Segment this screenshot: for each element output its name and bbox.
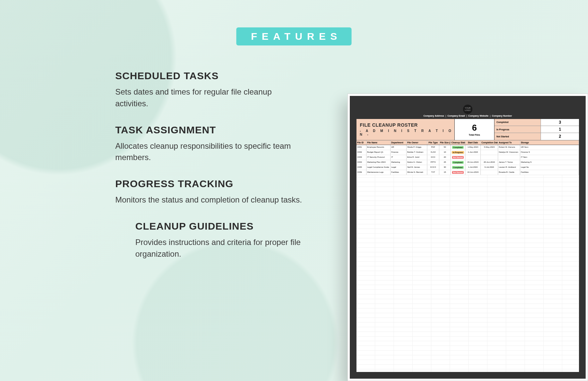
- cell: HR: [391, 145, 407, 150]
- feature-item: SCHEDULED TASKSSets dates and times for …: [115, 70, 302, 110]
- table-row: C002Budget Report Q1FinanceBobbie T. Gra…: [356, 150, 579, 155]
- cell: 15: [439, 170, 451, 175]
- cell: Neil M. James: [407, 165, 427, 170]
- cell: 10-Jun-2024: [465, 170, 481, 175]
- column-header: File Size (MB): [439, 140, 451, 145]
- cell: IT Serv: [520, 155, 579, 160]
- feature-title: SCHEDULED TASKS: [115, 70, 302, 82]
- table-row: C001Employee RecordsHRSheila P. GriggsPD…: [356, 145, 579, 150]
- status-pill: Completed: [452, 146, 463, 149]
- status-pill: Not Started: [452, 156, 464, 159]
- cell: Legal: [391, 165, 407, 170]
- company-info-segment: Company Address: [424, 115, 444, 117]
- cell: Employee Records: [366, 145, 391, 150]
- cell: XLSX: [427, 150, 439, 155]
- table-row: C006Maintenance LogsFacilitiesMinnie N. …: [356, 170, 579, 175]
- cell: In Progress: [451, 150, 465, 155]
- roster-title: FILE CLEANUP ROSTER: [360, 122, 454, 128]
- cell: TXT: [427, 170, 439, 175]
- column-header: Department: [391, 140, 407, 145]
- cell: [481, 170, 498, 175]
- cell: Marketing: [391, 160, 407, 165]
- cell: Legal Compliance Guide: [366, 165, 391, 170]
- cell: PDF: [427, 145, 439, 150]
- status-label: Completed: [494, 119, 541, 126]
- table-row: C004Marketing Plan 2024MarketingDebra G.…: [356, 160, 579, 165]
- company-info-segment: Company Email: [447, 115, 465, 117]
- cell: DOC: [427, 155, 439, 160]
- feature-item: TASK ASSIGNMENTAllocates cleanup respons…: [115, 124, 302, 164]
- cell: HR Serv: [520, 145, 579, 150]
- status-pill: Not Started: [452, 171, 464, 174]
- status-value: 3: [541, 119, 579, 126]
- total-files-label: Total Files: [469, 134, 480, 136]
- cell: Marketing S: [520, 160, 579, 165]
- column-header: Cleanup Status: [451, 140, 465, 145]
- cell: Facilities: [391, 170, 407, 175]
- cell: Marketing Plan 2024: [366, 160, 391, 165]
- cell: Legal Se: [520, 165, 579, 170]
- status-value: 2: [541, 133, 579, 140]
- cell: 15-Jun-2024: [465, 160, 481, 165]
- cell: C005: [356, 165, 366, 170]
- cell: IT: [391, 155, 407, 160]
- features-badge: FEATURES: [236, 27, 351, 45]
- cell: Sheila P. Griggs: [407, 145, 427, 150]
- status-value: 1: [541, 126, 579, 133]
- status-pill: In Progress: [452, 151, 464, 154]
- status-summary-block: Completed3In Progress1Not Started2: [494, 119, 579, 140]
- cell: Minnie N. Bennett: [407, 170, 427, 175]
- feature-item: PROGRESS TRACKINGMonitors the status and…: [115, 178, 302, 206]
- status-count-row: In Progress1: [494, 126, 579, 133]
- column-header: File Owner: [407, 140, 427, 145]
- feature-desc: Provides instructions and criteria for p…: [135, 237, 302, 260]
- column-header: File Name: [366, 140, 391, 145]
- logo-placeholder: YOUR LOGO: [463, 105, 472, 114]
- company-info-line: Company Address|Company Email|Company We…: [356, 115, 579, 117]
- cell: Finance: [391, 150, 407, 155]
- feature-desc: Sets dates and times for regular file cl…: [115, 86, 302, 110]
- feature-item: CLEANUP GUIDELINESProvides instructions …: [135, 221, 302, 260]
- cell: Rosetta B. Castle: [498, 170, 520, 175]
- cell: C006: [356, 170, 366, 175]
- feature-title: CLEANUP GUIDELINES: [135, 221, 302, 232]
- cell: 1-Jun-2024: [465, 150, 481, 155]
- table-row: C003IT Security ProtocolITErica R. JuddD…: [356, 155, 579, 160]
- cell: Completed: [451, 165, 465, 170]
- cell: Completed: [451, 145, 465, 150]
- cell: [481, 150, 498, 155]
- cell: James T. Torres: [498, 160, 520, 165]
- cell: Lauren R. Hubbard: [498, 165, 520, 170]
- company-info-segment: Company Website: [468, 115, 489, 117]
- cell: [498, 155, 520, 160]
- cell: C003: [356, 155, 366, 160]
- cell: Debra G. Obrien: [407, 160, 427, 165]
- column-header: Assigned To: [498, 140, 520, 145]
- cell: 10: [439, 150, 451, 155]
- status-count-row: Completed3: [494, 119, 579, 126]
- feature-title: TASK ASSIGNMENT: [115, 124, 302, 136]
- cell: 50: [439, 145, 451, 150]
- summary-row: FILE CLEANUP ROSTER - A D M I N I S T R …: [356, 119, 579, 140]
- total-files-value: 6: [472, 123, 477, 133]
- cell: IT Security Protocol: [366, 155, 391, 160]
- status-pill: Completed: [452, 166, 463, 169]
- cell: 1-Jul-2024: [465, 165, 481, 170]
- feature-title: PROGRESS TRACKING: [115, 178, 302, 189]
- status-label: Not Started: [494, 133, 541, 140]
- cell: 20: [439, 155, 451, 160]
- cell: Erica R. Judd: [407, 155, 427, 160]
- cell: [481, 155, 498, 160]
- cell: Natalya W. Cressman: [498, 150, 520, 155]
- cell: 9-Jul-2024: [481, 165, 498, 170]
- cell: DOCX: [427, 165, 439, 170]
- cell: Budget Report Q1: [366, 150, 391, 155]
- company-info-segment: Company Number: [492, 115, 512, 117]
- cell: Facilities: [520, 170, 579, 175]
- column-header: File Type: [427, 140, 439, 145]
- total-files-block: 6 Total Files: [454, 119, 494, 140]
- column-header: Completion Date: [481, 140, 498, 145]
- data-rows: C001Employee RecordsHRSheila P. GriggsPD…: [356, 145, 579, 175]
- cell: 30: [439, 165, 451, 170]
- column-header: Start Date: [465, 140, 481, 145]
